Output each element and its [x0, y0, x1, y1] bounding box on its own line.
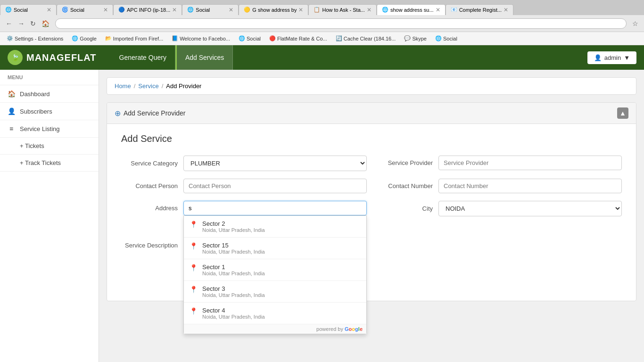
- form-row-1: Service Category PLUMBER ELECTRICIAN CAR…: [121, 156, 622, 171]
- tab-stackoverflow[interactable]: 📋 How to Ask - Sta... ✕: [308, 4, 376, 15]
- logo: 🍃 ManageFlat: [8, 50, 97, 65]
- nav-add-services[interactable]: Add Services: [175, 45, 233, 70]
- url-bar[interactable]: api.ranbasera.in/api/manageflat/admin/cr…: [55, 18, 627, 29]
- bookmark-firefox[interactable]: 📂 Imported From Firef...: [102, 34, 166, 42]
- autocomplete-text: Sector 2 Noida, Uttar Pradesh, India: [202, 220, 265, 233]
- contact-number-input[interactable]: [438, 179, 622, 193]
- service-category-label: Service Category: [121, 160, 178, 167]
- pin-icon: 📍: [190, 286, 198, 293]
- city-select[interactable]: NOIDA DELHI GURGAON FARIDABAD GHAZIABAD: [438, 201, 622, 216]
- contact-person-input[interactable]: [183, 179, 367, 193]
- tab-favicon: 🌐: [5, 7, 12, 13]
- bookmark-social2[interactable]: 🌐 Social: [432, 34, 460, 42]
- tab-title: G show address by: [252, 7, 297, 13]
- sidebar-item-dashboard[interactable]: 🏠 Dashboard: [0, 85, 99, 103]
- address-input[interactable]: [183, 201, 367, 215]
- tab-close[interactable]: ✕: [504, 7, 508, 13]
- tab-title: Social: [14, 7, 45, 13]
- sidebar-item-tickets[interactable]: + Tickets: [0, 138, 99, 155]
- tab-show-address[interactable]: 🌐 show address su... ✕: [377, 4, 446, 15]
- tab-close[interactable]: ✕: [172, 7, 177, 13]
- pin-icon: 📍: [190, 264, 198, 272]
- admin-button[interactable]: 👤 admin ▼: [587, 51, 636, 64]
- user-icon: 👤: [8, 107, 15, 115]
- list-icon: ≡: [8, 125, 15, 132]
- tab-social-3[interactable]: 🌐 Social ✕: [182, 4, 239, 15]
- tab-apc[interactable]: 🔵 APC INFO (ip-18... ✕: [113, 4, 182, 15]
- forward-button[interactable]: →: [16, 19, 26, 28]
- autocomplete-sub: Noida, Uttar Pradesh, India: [202, 271, 265, 276]
- bookmarks-bar: ⚙️ Settings - Extensions 🌐 Google 📂 Impo…: [0, 32, 644, 45]
- form-group-service-provider: Service Provider: [376, 156, 622, 170]
- autocomplete-main: Sector 1: [202, 263, 265, 271]
- sidebar: MENU 🏠 Dashboard 👤 Subscribers ≡ Service…: [0, 70, 99, 362]
- bookmark-cache[interactable]: 🔄 Cache Clear (184.16...: [333, 34, 399, 42]
- autocomplete-item-3[interactable]: 📍 Sector 3 Noida, Uttar Pradesh, India: [184, 281, 366, 303]
- main-content: Home / Service / Add Provider ⊕ Add Serv…: [99, 70, 644, 362]
- tab-favicon: 🌐: [382, 7, 388, 13]
- tab-gmail[interactable]: 📧 Complete Regist... ✕: [446, 4, 513, 15]
- tab-close[interactable]: ✕: [436, 7, 440, 13]
- autocomplete-sub: Noida, Uttar Pradesh, India: [202, 249, 265, 255]
- breadcrumb-home[interactable]: Home: [115, 82, 131, 90]
- breadcrumb-sep-1: /: [134, 82, 136, 90]
- sidebar-item-service-listing[interactable]: ≡ Service Listing: [0, 120, 99, 138]
- sidebar-item-subscribers[interactable]: 👤 Subscribers: [0, 103, 99, 120]
- breadcrumb-service[interactable]: Service: [138, 82, 158, 90]
- tab-favicon: 🌀: [62, 7, 68, 13]
- bookmark-facebook[interactable]: 📘 Welcome to Facebo...: [169, 34, 233, 42]
- autocomplete-main: Sector 2: [202, 220, 265, 227]
- tab-close[interactable]: ✕: [47, 7, 51, 13]
- home-icon: 🏠: [8, 90, 15, 98]
- form-row-3: Address 📍 Sector 2 Noida, Uttar Pradesh,…: [121, 201, 622, 216]
- tab-close[interactable]: ✕: [367, 7, 372, 13]
- tab-close[interactable]: ✕: [103, 7, 108, 13]
- reload-button[interactable]: ↻: [28, 19, 38, 28]
- google-brand: Google: [345, 326, 363, 332]
- autocomplete-text: Sector 3 Noida, Uttar Pradesh, India: [202, 285, 265, 298]
- autocomplete-item-0[interactable]: 📍 Sector 2 Noida, Uttar Pradesh, India: [184, 216, 366, 238]
- bookmark-social[interactable]: 🌐 Social: [236, 34, 264, 42]
- tab-google[interactable]: 🟡 G show address by ✕: [239, 4, 308, 15]
- bookmark-skype[interactable]: 💬 Skype: [401, 34, 429, 42]
- tab-close[interactable]: ✕: [229, 7, 233, 13]
- autocomplete-main: Sector 15: [202, 242, 265, 249]
- tab-title: Social: [70, 7, 101, 13]
- sidebar-label-tickets: + Tickets: [20, 142, 44, 149]
- tab-title: show address su...: [390, 7, 434, 13]
- autocomplete-item-4[interactable]: 📍 Sector 4 Noida, Uttar Pradesh, India: [184, 303, 366, 324]
- panel-collapse-button[interactable]: ▲: [617, 107, 628, 119]
- back-button[interactable]: ←: [4, 19, 14, 28]
- omnibar: ← → ↻ 🏠 api.ranbasera.in/api/manageflat/…: [0, 15, 644, 32]
- logo-icon: 🍃: [8, 50, 23, 65]
- sidebar-label-subscribers: Subscribers: [20, 108, 52, 115]
- bookmark-flatmate[interactable]: 🔴 FlatMate Rate & Co...: [266, 34, 330, 42]
- autocomplete-item-1[interactable]: 📍 Sector 15 Noida, Uttar Pradesh, India: [184, 238, 366, 259]
- nav-links: Generate Query Add Services: [111, 45, 233, 70]
- autocomplete-text: Sector 15 Noida, Uttar Pradesh, India: [202, 242, 265, 255]
- service-category-select[interactable]: PLUMBER ELECTRICIAN CARPENTER PAINTER CL…: [183, 156, 367, 171]
- home-button[interactable]: 🏠: [40, 19, 51, 28]
- tab-social-2[interactable]: 🌀 Social ✕: [57, 4, 113, 15]
- service-description-label: Service Description: [121, 242, 178, 249]
- form-group-contact-person: Contact Person: [121, 179, 367, 193]
- tab-social-1[interactable]: 🌐 Social ✕: [0, 4, 57, 15]
- nav-generate-query[interactable]: Generate Query: [111, 45, 175, 70]
- bookmark-google[interactable]: 🌐 Google: [69, 34, 99, 42]
- form-group-contact-number: Contact Number: [376, 179, 622, 193]
- bookmark-settings[interactable]: ⚙️ Settings - Extensions: [4, 34, 66, 42]
- sidebar-label-dashboard: Dashboard: [20, 90, 50, 98]
- city-label: City: [376, 205, 433, 212]
- tab-close[interactable]: ✕: [298, 7, 303, 13]
- form-group-address: Address 📍 Sector 2 Noida, Uttar Pradesh,…: [121, 201, 367, 215]
- autocomplete-sub: Noida, Uttar Pradesh, India: [202, 292, 265, 298]
- bookmark-button[interactable]: ☆: [630, 19, 640, 28]
- autocomplete-item-2[interactable]: 📍 Sector 1 Noida, Uttar Pradesh, India: [184, 259, 366, 281]
- autocomplete-main: Sector 4: [202, 307, 265, 314]
- address-wrapper: 📍 Sector 2 Noida, Uttar Pradesh, India 📍: [183, 201, 367, 215]
- add-service-panel: ⊕ Add Service Provider ▲ Add Service Ser…: [107, 102, 636, 301]
- contact-number-label: Contact Number: [376, 182, 433, 189]
- sidebar-item-track-tickets[interactable]: + Track Tickets: [0, 155, 99, 172]
- autocomplete-text: Sector 4 Noida, Uttar Pradesh, India: [202, 307, 265, 320]
- service-provider-input[interactable]: [438, 156, 622, 170]
